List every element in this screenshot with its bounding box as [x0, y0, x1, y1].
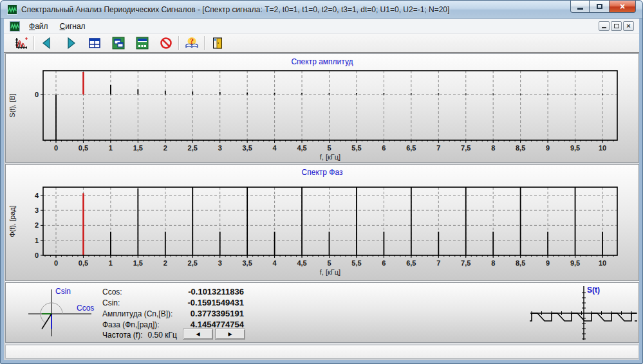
- spectrum-chart-icon: [14, 36, 28, 50]
- svg-text:0,5: 0,5: [79, 144, 88, 152]
- svg-text:0: 0: [35, 91, 39, 98]
- svg-text:7,5: 7,5: [461, 144, 471, 152]
- svg-text:2,5: 2,5: [188, 144, 198, 152]
- phase-panel: Спектр Фаз 0123400,511,522,533,544,555,5…: [5, 164, 639, 281]
- readout-row: Ccos:-0.1013211836: [102, 286, 244, 297]
- svg-text:3,5: 3,5: [243, 144, 252, 152]
- menu-bar: Файл Сигнал ×: [4, 19, 639, 34]
- mdi-minimize-icon: [602, 27, 606, 28]
- csin-axis-label: Csin: [55, 287, 71, 296]
- menu-item-file[interactable]: Файл: [23, 21, 54, 32]
- svg-text:9: 9: [546, 144, 550, 152]
- close-icon: ×: [620, 1, 625, 12]
- toolbar-separator: [33, 36, 34, 50]
- svg-text:1: 1: [109, 144, 113, 152]
- close-button[interactable]: ×: [609, 1, 636, 13]
- svg-text:1: 1: [35, 237, 39, 244]
- svg-text:8: 8: [491, 259, 495, 267]
- svg-text:f, [кГц]: f, [кГц]: [320, 268, 340, 276]
- toolbar-button-tile[interactable]: [130, 35, 154, 51]
- readout: Ccos:-0.1013211836 Csin:-0.1591549431 Ам…: [102, 286, 244, 330]
- svg-text:1: 1: [109, 259, 113, 267]
- svg-text:f, [кГц]: f, [кГц]: [320, 153, 340, 161]
- toolbar-button-exit[interactable]: [205, 35, 229, 51]
- toolbar-button-table[interactable]: [82, 35, 106, 51]
- phasor-diagram: Csin Ccos: [6, 284, 102, 343]
- minimize-button[interactable]: [570, 1, 590, 13]
- mdi-close-icon: ×: [626, 23, 630, 30]
- frequency-row: Частота (f):0.50 кГц: [102, 330, 177, 341]
- svg-text:6,5: 6,5: [406, 259, 416, 267]
- next-harmonic-icon: ▶: [228, 331, 232, 337]
- maximize-button[interactable]: [590, 1, 609, 13]
- svg-text:2: 2: [35, 221, 39, 229]
- toolbar-separator: [204, 36, 205, 50]
- mdi-restore-button[interactable]: [611, 21, 622, 31]
- readout-label: Csin:: [102, 298, 185, 309]
- menu-item-signal[interactable]: Сигнал: [54, 21, 91, 32]
- toolbar-button-stop[interactable]: [154, 35, 178, 51]
- svg-text:8: 8: [491, 144, 495, 152]
- minimize-icon: [577, 8, 583, 10]
- ccos-axis-label: Ccos: [77, 304, 94, 313]
- next-arrow-icon: [64, 37, 77, 50]
- svg-text:4,5: 4,5: [297, 259, 306, 267]
- tile-windows-icon: [136, 37, 149, 50]
- readout-value: -0.1013211836: [185, 286, 244, 297]
- title-bar[interactable]: Спектральный Анализ Периодических Сигнал…: [1, 1, 642, 19]
- amplitude-panel: Спектр амплитуд 000,511,522,533,544,555,…: [5, 53, 639, 163]
- svg-text:4: 4: [273, 144, 277, 152]
- amplitude-spectrum-chart: 000,511,522,533,544,555,566,577,588,599,…: [6, 54, 640, 162]
- svg-text:3: 3: [218, 259, 222, 267]
- toolbar-button-help[interactable]: ?: [180, 35, 203, 51]
- svg-text:1,5: 1,5: [133, 144, 143, 152]
- harmonic-nav: ◀ ▶: [183, 329, 245, 340]
- prev-harmonic-button[interactable]: ◀: [183, 329, 213, 340]
- toolbar-button-prev[interactable]: [35, 35, 59, 51]
- svg-text:S(f), [B]: S(f), [B]: [8, 93, 16, 117]
- svg-text:5,5: 5,5: [351, 144, 361, 152]
- svg-text:9: 9: [546, 259, 550, 267]
- mdi-close-button[interactable]: ×: [623, 21, 634, 31]
- svg-text:2: 2: [163, 259, 167, 267]
- mdi-minimize-button[interactable]: [599, 21, 610, 31]
- svg-text:6: 6: [382, 259, 386, 267]
- svg-text:5: 5: [327, 259, 331, 267]
- mdi-document-icon: [10, 21, 20, 34]
- svg-text:5: 5: [327, 144, 331, 152]
- phase-spectrum-chart: 0123400,511,522,533,544,555,566,577,588,…: [6, 165, 640, 280]
- svg-text:8,5: 8,5: [516, 144, 525, 152]
- status-bar: [5, 345, 639, 359]
- toolbar-button-cascade[interactable]: [106, 35, 130, 51]
- readout-label: Амплитуда (Cn,[B]):: [102, 309, 185, 320]
- next-harmonic-button[interactable]: ▶: [215, 329, 245, 340]
- svg-text:9,5: 9,5: [570, 259, 580, 267]
- svg-text:0: 0: [54, 144, 58, 152]
- svg-text:9,5: 9,5: [570, 144, 580, 152]
- svg-text:0: 0: [54, 259, 58, 267]
- frequency-label: Частота (f):: [102, 331, 142, 340]
- exit-door-icon: [211, 37, 224, 50]
- help-book-icon: ?: [185, 36, 199, 50]
- svg-text:8,5: 8,5: [516, 259, 525, 267]
- toolbar-separator: [178, 36, 179, 50]
- window-controls: ×: [570, 1, 636, 13]
- window-title: Спектральный Анализ Периодических Сигнал…: [21, 1, 449, 19]
- app-window: Спектральный Анализ Периодических Сигнал…: [0, 0, 643, 364]
- svg-text:10: 10: [599, 144, 606, 152]
- prev-arrow-icon: [41, 37, 53, 50]
- readout-label: Фаза (Фn,[рад]):: [102, 320, 185, 331]
- toolbar-button-spectrum[interactable]: [9, 35, 33, 51]
- signal-preview: S(t): [520, 284, 637, 343]
- svg-text:7: 7: [436, 144, 440, 152]
- readout-row: Амплитуда (Cn,[B]):0.3773395191: [102, 308, 244, 319]
- mdi-restore-icon: [614, 24, 619, 28]
- readout-row: Csin:-0.1591549431: [102, 297, 244, 308]
- svg-text:1,5: 1,5: [133, 259, 143, 267]
- svg-text:Ф(f), [рад]: Ф(f), [рад]: [8, 205, 16, 237]
- readout-value: -0.1591549431: [185, 297, 244, 308]
- svg-text:3,5: 3,5: [243, 259, 252, 267]
- info-panel: Csin Ccos Ccos:-0.1013211836 Csin:-0.159…: [5, 282, 639, 343]
- readout-value: 0.3773395191: [185, 308, 244, 319]
- toolbar-button-next[interactable]: [59, 35, 82, 51]
